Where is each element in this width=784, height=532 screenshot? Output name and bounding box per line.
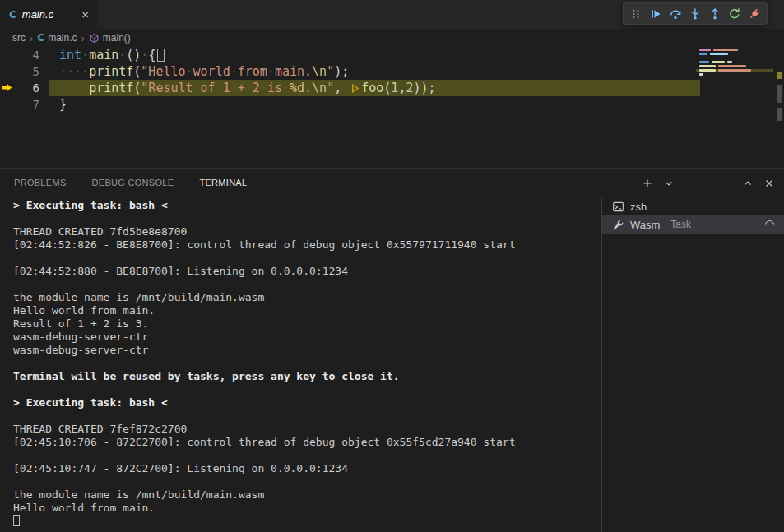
- token-ws: ·: [267, 64, 275, 79]
- terminal-line: > Executing task: bash <: [13, 199, 601, 212]
- token-str: "Hello: [141, 64, 185, 79]
- debug-step-out-button[interactable]: [705, 4, 725, 23]
- token-ws: ·: [216, 81, 223, 95]
- breadcrumb-separator: ›: [30, 32, 33, 44]
- terminal-line: THREAD CREATED 7fef872c2700: [13, 423, 601, 436]
- line-number: 5: [16, 63, 39, 80]
- terminal-list-item-wasm[interactable]: WasmTask: [602, 215, 784, 234]
- close-panel-button[interactable]: [761, 175, 777, 192]
- token-ws: ·: [245, 81, 253, 95]
- debug-restart-button[interactable]: [725, 4, 745, 23]
- chevron-down-icon: [663, 178, 675, 189]
- panel-tab-terminal[interactable]: TERMINAL: [199, 169, 247, 197]
- breadcrumb-label: src: [12, 32, 26, 44]
- minimap[interactable]: [696, 49, 773, 123]
- terminal-list-item-zsh[interactable]: zsh: [602, 197, 784, 215]
- token-pun: (: [383, 81, 391, 95]
- token-ws: ·: [81, 48, 89, 62]
- play-icon: [350, 81, 360, 98]
- code-text: ····printf("Hello·world·from·main.\n");: [59, 63, 349, 80]
- breakpoint-gutter[interactable]: [0, 63, 16, 80]
- token-esc: \n: [312, 64, 327, 79]
- new-terminal-button[interactable]: [639, 175, 656, 192]
- breadcrumb-label: main(): [103, 32, 131, 44]
- token-pun: (: [133, 64, 141, 79]
- panel-tabs: PROBLEMSDEBUG CONSOLETERMINAL: [14, 169, 272, 197]
- breakpoint-gutter[interactable]: [0, 96, 16, 113]
- chevron-up-icon: [742, 178, 754, 189]
- c-file-icon: C: [9, 9, 16, 21]
- token-ws: ·: [282, 81, 290, 95]
- editor-cursor: [157, 49, 165, 62]
- token-str: "Result: [141, 81, 193, 95]
- token-ws: ·: [193, 81, 201, 95]
- terminal-output[interactable]: > Executing task: bash <THREAD CREATED 7…: [0, 199, 601, 532]
- terminal-list: zshWasmTask: [602, 197, 784, 532]
- continue-icon: [649, 7, 662, 21]
- token-pun: }: [59, 97, 67, 112]
- terminal-actions: [639, 169, 677, 197]
- panel-header: PROBLEMSDEBUG CONSOLETERMINAL: [0, 169, 784, 197]
- terminal-line: [13, 278, 601, 291]
- token-pun: (): [126, 48, 141, 62]
- token-str: 2: [253, 81, 260, 95]
- panel-tab-problems[interactable]: PROBLEMS: [14, 169, 67, 197]
- terminal-dropdown-button[interactable]: [661, 175, 677, 192]
- token-str: of: [201, 81, 216, 95]
- terminal-line: wasm-debug-server-ctr: [13, 344, 601, 357]
- code-editor[interactable]: 4int·main·()·{5····printf("Hello·world·f…: [0, 47, 784, 168]
- code-text: int·main·()·{: [59, 47, 165, 63]
- line-number: 7: [16, 96, 39, 113]
- terminal-line: [13, 515, 601, 528]
- terminal-line: [13, 383, 601, 396]
- step-over-icon: [669, 7, 682, 21]
- token-ws: ····: [59, 81, 89, 95]
- terminal-line: [13, 449, 601, 462]
- breadcrumb-separator: ›: [81, 32, 85, 44]
- debug-toolbar: [623, 2, 768, 25]
- breakpoint-gutter[interactable]: [0, 47, 16, 63]
- token-fn: main: [89, 48, 118, 62]
- debug-step-into-button[interactable]: [685, 4, 705, 23]
- debug-current-line-glyph[interactable]: [0, 80, 16, 96]
- maximize-panel-button[interactable]: [740, 175, 756, 192]
- token-fn: printf: [89, 64, 133, 79]
- code-text: }: [59, 96, 67, 113]
- code-line-6[interactable]: 6····printf("Result·of·1·+·2·is·%d.\n",·…: [0, 80, 784, 96]
- debug-disconnect-button[interactable]: [745, 4, 764, 23]
- tab-close-icon[interactable]: ×: [80, 8, 90, 21]
- token-str: .: [304, 81, 312, 95]
- token-ws: ·: [186, 64, 193, 79]
- breadcrumb-item-main-c[interactable]: Cmain.c: [37, 32, 77, 44]
- token-fn: printf: [89, 81, 133, 95]
- panel-tab-debug-console[interactable]: DEBUG CONSOLE: [92, 169, 174, 197]
- debug-continue-button[interactable]: [646, 4, 666, 23]
- terminal-line: Hello world from main.: [13, 304, 601, 317]
- terminal-line: Hello world from main.: [13, 502, 601, 515]
- debug-step-over-button[interactable]: [666, 4, 685, 23]
- token-ws: ·: [118, 48, 126, 62]
- breadcrumb-label: main.c: [48, 32, 77, 44]
- code-line-7[interactable]: 7}: [0, 96, 784, 113]
- task-spinner-icon: [763, 218, 777, 231]
- terminal-line: wasm-debug-server-ctr: [13, 331, 601, 344]
- tab-main-c[interactable]: C main.c ×: [0, 0, 97, 29]
- step-out-icon: [708, 7, 721, 21]
- token-ws: ·: [260, 81, 267, 95]
- breadcrumb-item-src[interactable]: src: [12, 32, 26, 44]
- disconnect-icon: [748, 7, 761, 21]
- vscode-window: C main.c × src›Cmain.c›main() 4int·main·…: [0, 0, 784, 532]
- code-line-4[interactable]: 4int·main·()·{: [0, 47, 784, 63]
- code-line-5[interactable]: 5····printf("Hello·world·from·main.\n");: [0, 63, 784, 80]
- token-str: main.: [275, 64, 312, 79]
- terminal-item-label: zsh: [630, 201, 647, 213]
- plus-icon: [642, 178, 653, 189]
- terminal-line: [02:45:10:747 - 872C2700]: Listening on …: [13, 462, 601, 475]
- debug-gripper-button[interactable]: [626, 4, 646, 23]
- panel-global-actions: [740, 169, 777, 197]
- inline-run-icon[interactable]: [350, 81, 360, 98]
- terminal-line: > Executing task: bash <: [13, 396, 601, 409]
- code-text: ····printf("Result·of·1·+·2·is·%d.\n",·f…: [59, 80, 436, 96]
- breadcrumb-item-main--[interactable]: main(): [89, 32, 131, 44]
- tools-icon: [612, 219, 624, 231]
